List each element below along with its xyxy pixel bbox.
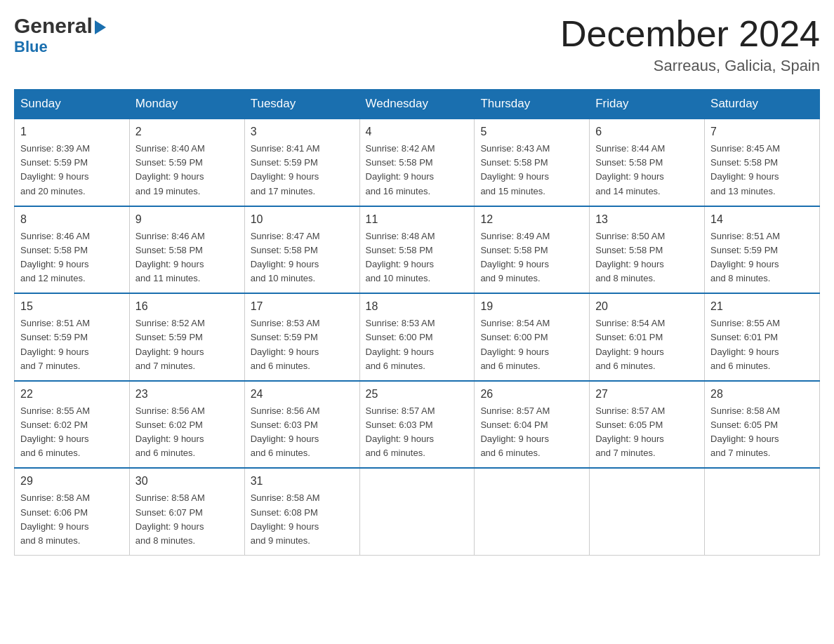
logo-icon: General xyxy=(14,14,106,38)
day-cell-30: 30Sunrise: 8:58 AMSunset: 6:07 PMDayligh… xyxy=(129,468,244,555)
day-number: 22 xyxy=(20,386,124,403)
day-number: 24 xyxy=(251,386,354,403)
day-info: Sunrise: 8:51 AMSunset: 5:59 PMDaylight:… xyxy=(710,229,814,286)
day-info: Sunrise: 8:48 AMSunset: 5:58 PMDaylight:… xyxy=(366,229,469,286)
day-number: 30 xyxy=(135,473,239,490)
day-cell-5: 5Sunrise: 8:43 AMSunset: 5:58 PMDaylight… xyxy=(475,119,590,206)
day-info: Sunrise: 8:46 AMSunset: 5:58 PMDaylight:… xyxy=(20,229,124,286)
day-info: Sunrise: 8:40 AMSunset: 5:59 PMDaylight:… xyxy=(135,142,239,199)
day-info: Sunrise: 8:58 AMSunset: 6:06 PMDaylight:… xyxy=(20,491,124,548)
day-info: Sunrise: 8:52 AMSunset: 5:59 PMDaylight:… xyxy=(135,316,239,373)
day-number: 13 xyxy=(595,211,699,228)
day-cell-12: 12Sunrise: 8:49 AMSunset: 5:58 PMDayligh… xyxy=(475,206,590,294)
day-info: Sunrise: 8:51 AMSunset: 5:59 PMDaylight:… xyxy=(20,316,124,373)
day-cell-29: 29Sunrise: 8:58 AMSunset: 6:06 PMDayligh… xyxy=(15,468,130,555)
day-cell-31: 31Sunrise: 8:58 AMSunset: 6:08 PMDayligh… xyxy=(244,468,359,555)
day-cell-7: 7Sunrise: 8:45 AMSunset: 5:58 PMDaylight… xyxy=(705,119,820,206)
logo-general-text: General xyxy=(14,14,93,38)
header-friday: Friday xyxy=(590,90,705,119)
logo: General Blue xyxy=(14,14,106,56)
day-info: Sunrise: 8:54 AMSunset: 6:00 PMDaylight:… xyxy=(480,316,583,373)
day-info: Sunrise: 8:56 AMSunset: 6:03 PMDaylight:… xyxy=(251,404,354,461)
calendar-table: SundayMondayTuesdayWednesdayThursdayFrid… xyxy=(14,89,820,556)
day-cell-6: 6Sunrise: 8:44 AMSunset: 5:58 PMDaylight… xyxy=(590,119,705,206)
week-row-4: 22Sunrise: 8:55 AMSunset: 6:02 PMDayligh… xyxy=(15,381,820,469)
week-row-3: 15Sunrise: 8:51 AMSunset: 5:59 PMDayligh… xyxy=(15,293,820,381)
day-info: Sunrise: 8:54 AMSunset: 6:01 PMDaylight:… xyxy=(595,316,699,373)
empty-cell xyxy=(359,468,475,555)
day-info: Sunrise: 8:41 AMSunset: 5:59 PMDaylight:… xyxy=(251,142,354,199)
day-number: 4 xyxy=(366,123,469,140)
day-cell-23: 23Sunrise: 8:56 AMSunset: 6:02 PMDayligh… xyxy=(129,381,244,469)
day-cell-9: 9Sunrise: 8:46 AMSunset: 5:58 PMDaylight… xyxy=(129,206,244,294)
day-cell-27: 27Sunrise: 8:57 AMSunset: 6:05 PMDayligh… xyxy=(590,381,705,469)
header-wednesday: Wednesday xyxy=(359,90,475,119)
day-number: 17 xyxy=(251,298,354,315)
day-cell-25: 25Sunrise: 8:57 AMSunset: 6:03 PMDayligh… xyxy=(359,381,475,469)
logo-blue-text: Blue xyxy=(14,38,48,56)
empty-cell xyxy=(475,468,590,555)
day-cell-4: 4Sunrise: 8:42 AMSunset: 5:58 PMDaylight… xyxy=(359,119,475,206)
header-tuesday: Tuesday xyxy=(244,90,359,119)
day-cell-19: 19Sunrise: 8:54 AMSunset: 6:00 PMDayligh… xyxy=(475,293,590,381)
day-info: Sunrise: 8:55 AMSunset: 6:01 PMDaylight:… xyxy=(710,316,814,373)
week-row-2: 8Sunrise: 8:46 AMSunset: 5:58 PMDaylight… xyxy=(15,206,820,294)
day-number: 15 xyxy=(20,298,124,315)
day-info: Sunrise: 8:53 AMSunset: 6:00 PMDaylight:… xyxy=(366,316,469,373)
day-cell-18: 18Sunrise: 8:53 AMSunset: 6:00 PMDayligh… xyxy=(359,293,475,381)
day-number: 28 xyxy=(710,386,814,403)
day-info: Sunrise: 8:44 AMSunset: 5:58 PMDaylight:… xyxy=(595,142,699,199)
day-number: 23 xyxy=(135,386,239,403)
day-info: Sunrise: 8:58 AMSunset: 6:05 PMDaylight:… xyxy=(710,404,814,461)
day-cell-13: 13Sunrise: 8:50 AMSunset: 5:58 PMDayligh… xyxy=(590,206,705,294)
day-cell-22: 22Sunrise: 8:55 AMSunset: 6:02 PMDayligh… xyxy=(15,381,130,469)
day-cell-1: 1Sunrise: 8:39 AMSunset: 5:59 PMDaylight… xyxy=(15,119,130,206)
day-info: Sunrise: 8:47 AMSunset: 5:58 PMDaylight:… xyxy=(251,229,354,286)
day-cell-8: 8Sunrise: 8:46 AMSunset: 5:58 PMDaylight… xyxy=(15,206,130,294)
page-header: General Blue December 2024 Sarreaus, Gal… xyxy=(14,14,820,75)
day-info: Sunrise: 8:57 AMSunset: 6:04 PMDaylight:… xyxy=(480,404,583,461)
title-section: December 2024 Sarreaus, Galicia, Spain xyxy=(560,14,820,75)
day-cell-15: 15Sunrise: 8:51 AMSunset: 5:59 PMDayligh… xyxy=(15,293,130,381)
day-cell-2: 2Sunrise: 8:40 AMSunset: 5:59 PMDaylight… xyxy=(129,119,244,206)
day-number: 26 xyxy=(480,386,583,403)
header-thursday: Thursday xyxy=(475,90,590,119)
week-row-5: 29Sunrise: 8:58 AMSunset: 6:06 PMDayligh… xyxy=(15,468,820,555)
day-cell-10: 10Sunrise: 8:47 AMSunset: 5:58 PMDayligh… xyxy=(244,206,359,294)
day-number: 19 xyxy=(480,298,583,315)
day-info: Sunrise: 8:53 AMSunset: 5:59 PMDaylight:… xyxy=(251,316,354,373)
day-number: 8 xyxy=(20,211,124,228)
day-number: 21 xyxy=(710,298,814,315)
day-number: 27 xyxy=(595,386,699,403)
month-year-title: December 2024 xyxy=(560,14,820,54)
day-info: Sunrise: 8:50 AMSunset: 5:58 PMDaylight:… xyxy=(595,229,699,286)
day-number: 7 xyxy=(710,123,814,140)
day-cell-24: 24Sunrise: 8:56 AMSunset: 6:03 PMDayligh… xyxy=(244,381,359,469)
day-cell-3: 3Sunrise: 8:41 AMSunset: 5:59 PMDaylight… xyxy=(244,119,359,206)
empty-cell xyxy=(705,468,820,555)
day-info: Sunrise: 8:57 AMSunset: 6:03 PMDaylight:… xyxy=(366,404,469,461)
day-number: 20 xyxy=(595,298,699,315)
day-number: 18 xyxy=(366,298,469,315)
day-number: 31 xyxy=(251,473,354,490)
day-cell-16: 16Sunrise: 8:52 AMSunset: 5:59 PMDayligh… xyxy=(129,293,244,381)
day-number: 25 xyxy=(366,386,469,403)
location-subtitle: Sarreaus, Galicia, Spain xyxy=(560,57,820,75)
day-cell-26: 26Sunrise: 8:57 AMSunset: 6:04 PMDayligh… xyxy=(475,381,590,469)
day-cell-14: 14Sunrise: 8:51 AMSunset: 5:59 PMDayligh… xyxy=(705,206,820,294)
day-info: Sunrise: 8:56 AMSunset: 6:02 PMDaylight:… xyxy=(135,404,239,461)
day-number: 6 xyxy=(595,123,699,140)
day-cell-20: 20Sunrise: 8:54 AMSunset: 6:01 PMDayligh… xyxy=(590,293,705,381)
day-number: 2 xyxy=(135,123,239,140)
day-number: 9 xyxy=(135,211,239,228)
day-info: Sunrise: 8:55 AMSunset: 6:02 PMDaylight:… xyxy=(20,404,124,461)
logo-arrow-icon xyxy=(95,20,106,34)
day-number: 16 xyxy=(135,298,239,315)
day-info: Sunrise: 8:57 AMSunset: 6:05 PMDaylight:… xyxy=(595,404,699,461)
day-number: 14 xyxy=(710,211,814,228)
day-info: Sunrise: 8:39 AMSunset: 5:59 PMDaylight:… xyxy=(20,142,124,199)
day-info: Sunrise: 8:58 AMSunset: 6:07 PMDaylight:… xyxy=(135,491,239,548)
day-info: Sunrise: 8:58 AMSunset: 6:08 PMDaylight:… xyxy=(251,491,354,548)
header-monday: Monday xyxy=(129,90,244,119)
day-info: Sunrise: 8:46 AMSunset: 5:58 PMDaylight:… xyxy=(135,229,239,286)
